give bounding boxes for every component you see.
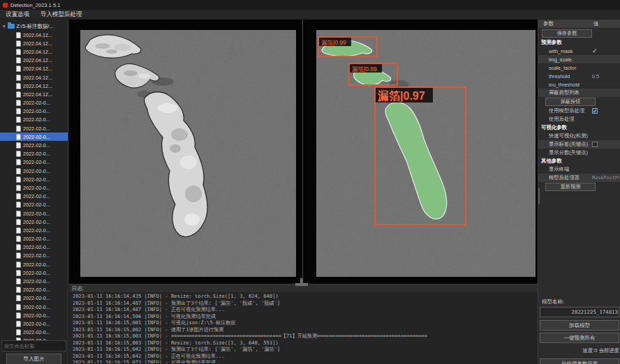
app-icon (3, 3, 8, 8)
tree-item-label: 2022-02-0... (23, 278, 50, 285)
tree-item-label: 2022.04.12... (23, 66, 52, 72)
param-row[interactable]: 快速可视化(检测) (538, 132, 620, 140)
original-image[interactable] (80, 30, 296, 277)
save-params-button[interactable]: 保存参数 (542, 29, 592, 38)
tree-item[interactable]: 2022-02-0... (0, 268, 68, 277)
tree-item[interactable]: 2022-02-0... (0, 328, 68, 337)
tree-item-label: 2022-02-0... (23, 252, 50, 259)
import-images-button[interactable]: 导入图片 (6, 354, 61, 364)
menu-bar: 设置选项 导入模型后处理 (0, 10, 620, 20)
tree-item-label: 2022-02-0... (23, 159, 50, 165)
tree-item[interactable]: 2022-02-0... (0, 209, 68, 218)
param-label: iou_threshold (549, 82, 592, 88)
tree-item[interactable]: 2022-02-0... (0, 150, 68, 158)
param-button-row: 重新预测 (538, 182, 620, 192)
prediction-image[interactable]: 漏箔|0.99 漏箔|0.89 漏箔|0.97 (316, 30, 536, 277)
caret-down-icon[interactable]: ▾ (3, 24, 6, 29)
tree-item-label: 2022.04.12... (23, 75, 52, 81)
tree-item[interactable]: 2022.04.12... (0, 31, 68, 39)
tree-item[interactable]: 2022-02-0... (0, 183, 68, 192)
tree-item[interactable]: 2022.04.12... (0, 47, 68, 56)
model-name-field[interactable]: 20221225_174813 (540, 307, 619, 317)
tree-item[interactable]: 2022-02-0... (0, 116, 68, 124)
file-icon (16, 185, 21, 191)
param-row[interactable]: img_scale (538, 55, 620, 63)
param-row[interactable]: scale_factor (538, 63, 620, 72)
log-lines[interactable]: 2023-01-11 16:16:14,435 |INFO| - Resize:… (69, 292, 538, 363)
param-row[interactable]: 显示分数(关键点) (538, 149, 620, 157)
file-icon (16, 168, 21, 174)
tree-item[interactable]: 2022-02-0... (0, 303, 68, 311)
file-icon (16, 270, 21, 276)
window-title: Detection_2023.1.5.1 (10, 2, 60, 8)
tree-item-label: 2022-02-0... (23, 329, 50, 335)
menu-import-postprocess[interactable]: 导入模型后处理 (40, 10, 82, 19)
file-icon (16, 227, 21, 234)
tree-item[interactable]: 2022-02-0... (0, 124, 68, 132)
file-icon (16, 202, 21, 208)
panel-scrollbar-thumb[interactable] (538, 188, 540, 204)
tree-item-label: 2022-02-0... (23, 193, 50, 199)
tree-root[interactable]: ▾ Z:/5-标注数据/... (0, 22, 68, 31)
load-model-button[interactable]: 加载模型 (540, 320, 619, 331)
tree-item[interactable]: 2022-02-0... (0, 167, 68, 175)
param-row[interactable]: 模型后处理器MaskPostPro (538, 174, 620, 182)
param-row[interactable]: iou_threshold (538, 80, 620, 89)
tree-item[interactable]: 2022-02-0... (0, 277, 68, 285)
param-row[interactable]: 屏蔽类型列表 (538, 89, 620, 97)
param-label: 使用后处理 (549, 116, 592, 123)
tree-item[interactable]: 2022-02-0... (0, 243, 68, 252)
tree-item-label: 2022-02-0... (23, 126, 50, 132)
menu-settings[interactable]: 设置选项 (6, 10, 29, 19)
tree-item[interactable]: 2022-02-0... (0, 99, 68, 107)
tree-item[interactable]: 2022-02-0... (0, 158, 68, 167)
log-line: 2023-01-11 16:16:15,073 |INFO| - 可视化预测结果… (73, 359, 534, 363)
checkbox-checked[interactable]: ✓ (592, 108, 598, 114)
mask-button[interactable]: 屏蔽按钮 (545, 98, 596, 106)
file-icon (16, 295, 21, 301)
tree-item[interactable]: 2022-02-0... (0, 132, 68, 141)
tree-item[interactable]: 2022-02-0... (0, 218, 68, 226)
splitter-handle-base[interactable] (295, 283, 308, 286)
tree-item[interactable]: 2022-02-0... (0, 192, 68, 201)
tree-root-label: Z:/5-标注数据/... (17, 23, 54, 30)
param-row[interactable]: 使用模型后处理✓ (538, 107, 620, 115)
filename-search-input[interactable] (1, 340, 66, 351)
tree-item[interactable]: 2022-02-0... (0, 260, 68, 268)
tree-item[interactable]: 2022.04.12... (0, 90, 68, 98)
tree-item[interactable]: 2022-02-0... (0, 226, 68, 234)
tree-item[interactable]: 2022-02-0... (0, 294, 68, 303)
predict-all-button[interactable]: 一键预测所有 (540, 333, 619, 343)
tree-item[interactable]: 2022-02-0... (0, 319, 68, 328)
param-row[interactable]: with_mask✓ (538, 47, 620, 55)
re-predict-button[interactable]: 重新预测 (545, 183, 596, 191)
file-icon (16, 32, 21, 38)
tree-item[interactable]: 2022.04.12... (0, 73, 68, 82)
postprocess-params-button[interactable]: 后处理参数设置 (540, 358, 619, 364)
tree-item[interactable]: 2022-02-0... (0, 311, 68, 319)
tree-item[interactable]: 2022.04.12... (0, 56, 68, 65)
file-icon (16, 219, 21, 225)
tree-item[interactable]: 2022.04.12... (0, 65, 68, 73)
tree-item[interactable]: 2022-02-0... (0, 141, 68, 149)
viewer-splitter[interactable] (302, 20, 303, 284)
tree-item[interactable]: 2022.04.12... (0, 39, 68, 47)
tree-item[interactable]: 2022-02-0... (0, 201, 68, 209)
param-row[interactable]: 使用后处理 (538, 115, 620, 123)
parameter-panel: 参数 值 保存参数预测参数with_mask✓img_scalescale_fa… (538, 20, 620, 364)
checkbox-unchecked[interactable] (592, 142, 598, 147)
tree-item[interactable]: 2022-02-0... (0, 107, 68, 116)
param-label: 使用模型后处理 (549, 107, 592, 114)
param-row[interactable]: 显示终端 (538, 165, 620, 174)
tree-item-label: 2022-02-0... (23, 202, 50, 208)
param-value (592, 142, 620, 147)
tree-item[interactable]: 2022-02-0... (0, 286, 68, 294)
tree-item[interactable]: 2022-02-0... (0, 252, 68, 260)
param-row[interactable]: 显示标签(关键点) (538, 140, 620, 149)
log-line: 2023-01-11 16:16:14,506 |INFO| - 可视化预测结果… (73, 313, 534, 320)
param-row[interactable]: threshold0.5 (538, 72, 620, 80)
param-group-header: 预测参数 (538, 38, 620, 47)
tree-item[interactable]: 2022-02-0... (0, 175, 68, 183)
tree-item[interactable]: 2022-02-0... (0, 235, 68, 243)
tree-item[interactable]: 2022.04.12... (0, 82, 68, 90)
